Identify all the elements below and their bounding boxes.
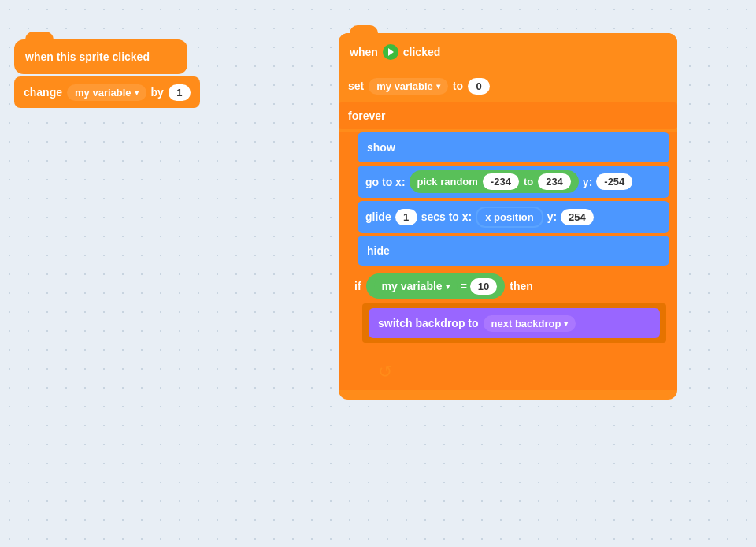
clicked-label: clicked (403, 46, 440, 58)
to-label-random: to (524, 176, 533, 188)
forever-label: forever (348, 110, 385, 122)
main-stack: when clicked set my variable ▾ to 0 (339, 33, 677, 400)
equals-label: = (461, 280, 467, 292)
if-label: if (354, 280, 361, 292)
if-value-input[interactable]: 10 (470, 278, 497, 295)
if-condition[interactable]: my variable ▾ = 10 (366, 274, 506, 299)
right-block-group: when clicked set my variable ▾ to 0 (339, 33, 677, 400)
by-label: by (151, 86, 164, 99)
set-dropdown-arrow: ▾ (436, 82, 440, 91)
random-from-input[interactable]: -234 (483, 173, 519, 190)
if-block-bottom (346, 346, 669, 355)
if-header-row: if my variable ▾ = 10 then (346, 269, 669, 303)
random-to-input[interactable]: 234 (538, 173, 571, 190)
goto-y-label: y: (583, 176, 592, 188)
if-body: switch backdrop to next backdrop ▾ (362, 303, 666, 343)
glide-secs-input[interactable]: 1 (395, 209, 417, 225)
change-variable-block[interactable]: change my variable ▾ by 1 (14, 76, 200, 108)
if-var-arrow: ▾ (446, 282, 450, 291)
glide-label: glide (365, 210, 391, 223)
backdrop-arrow: ▾ (564, 319, 568, 328)
show-label: show (367, 141, 395, 154)
if-block[interactable]: if my variable ▾ = 10 then (346, 269, 669, 355)
switch-label: switch backdrop to (378, 317, 479, 329)
pick-random-block[interactable]: pick random -234 to 234 (410, 170, 579, 193)
switch-backdrop-block[interactable]: switch backdrop to next backdrop ▾ (369, 308, 660, 338)
glide-y-label: y: (547, 210, 557, 223)
glide-block[interactable]: glide 1 secs to x: x position y: 254 (358, 201, 669, 233)
set-value-input[interactable]: 0 (468, 78, 490, 95)
if-variable[interactable]: my variable ▾ (374, 277, 458, 296)
x-position-pill[interactable]: x position (476, 207, 543, 228)
change-label: change (24, 86, 62, 99)
glide-secs-label: secs to x: (421, 210, 472, 223)
change-value-input[interactable]: 1 (169, 84, 191, 101)
when-flag-clicked-block[interactable]: when clicked (339, 33, 677, 71)
when-sprite-clicked-block[interactable]: when this sprite clicked (14, 39, 187, 74)
green-flag-icon (383, 44, 398, 60)
set-variable-block[interactable]: set my variable ▾ to 0 (339, 71, 677, 101)
forever-body: show go to x: pick random -234 to 234 y: (339, 132, 677, 390)
forever-arrow: ↺ (339, 359, 677, 382)
pick-random-label: pick random (417, 176, 478, 188)
show-block[interactable]: show (358, 132, 669, 162)
glide-y-input[interactable]: 254 (561, 209, 594, 225)
set-variable-dropdown[interactable]: my variable ▾ (369, 78, 448, 95)
variable-dropdown[interactable]: my variable ▾ (67, 84, 146, 101)
set-label: set (348, 80, 364, 92)
to-label: to (453, 80, 463, 92)
goto-prefix: go to x: (365, 176, 406, 188)
forever-block-header[interactable]: forever (339, 102, 677, 129)
when-sprite-clicked-label: when this sprite clicked (25, 50, 150, 63)
when-label: when (350, 46, 378, 58)
hide-label: hide (367, 244, 390, 257)
dropdown-arrow: ▾ (135, 88, 139, 97)
then-label: then (510, 280, 533, 292)
goto-block[interactable]: go to x: pick random -234 to 234 y: -254 (358, 166, 669, 198)
hide-block[interactable]: hide (358, 236, 669, 266)
backdrop-dropdown[interactable]: next backdrop ▾ (484, 315, 576, 332)
goto-y-input[interactable]: -254 (596, 173, 632, 190)
left-block-group: when this sprite clicked change my varia… (14, 39, 200, 108)
